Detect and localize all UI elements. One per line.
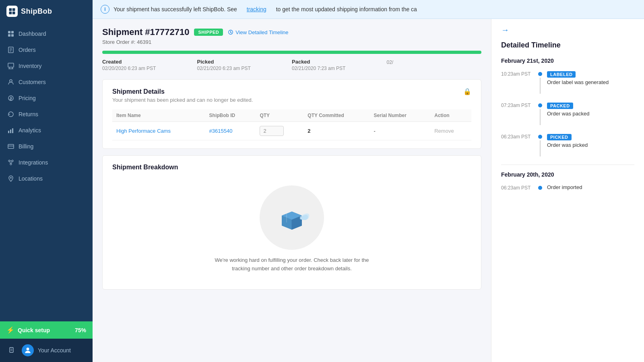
progress-bar xyxy=(102,51,481,54)
table-row: High Performace Cams #3615540 2 - Remove xyxy=(112,122,471,140)
remove-button[interactable]: Remove xyxy=(434,128,454,134)
notification-text-after: to get the most updated shipping informa… xyxy=(276,6,417,12)
step-time: 02/21/2020 7:23 am PST xyxy=(292,66,387,71)
sidebar-item-customers[interactable]: Customers xyxy=(0,74,93,90)
svg-rect-2 xyxy=(9,12,12,14)
sidebar-item-billing[interactable]: Billing xyxy=(0,138,93,154)
logo-icon xyxy=(6,6,18,17)
page-icon xyxy=(6,345,18,356)
details-table: Item Name ShipBob ID QTY QTY Committed S… xyxy=(112,109,471,140)
step-last: 02/ xyxy=(387,59,482,71)
timeline-dot xyxy=(538,135,542,139)
analytics-icon xyxy=(7,127,14,134)
sidebar-item-orders[interactable]: Orders xyxy=(0,42,93,58)
locations-icon xyxy=(7,175,14,182)
step-time: 02/20/2020 6:23 am PST xyxy=(102,66,197,71)
customers-icon xyxy=(7,78,14,86)
sidebar-item-label: Billing xyxy=(19,143,33,150)
entry-time: 06:23am PST xyxy=(501,184,533,191)
svg-rect-30 xyxy=(10,348,13,352)
billing-icon xyxy=(7,143,14,150)
col-shipbob-id: ShipBob ID xyxy=(205,109,256,122)
qty-committed: 2 xyxy=(308,128,310,134)
sidebar-item-label: Dashboard xyxy=(19,31,46,37)
sidebar-item-dashboard[interactable]: Dashboard xyxy=(0,26,93,42)
sidebar-item-label: Returns xyxy=(19,111,38,117)
notification-text-before: Your shipment has successfully left Ship… xyxy=(114,6,237,12)
sidebar-item-label: Customers xyxy=(19,79,46,85)
sidebar-item-locations[interactable]: Locations xyxy=(0,171,93,187)
table-head: Item Name ShipBob ID QTY QTY Committed S… xyxy=(112,109,471,122)
entry-content: PACKED Order was packed xyxy=(547,102,634,117)
step-created: Created 02/20/2020 6:23 am PST xyxy=(102,59,197,71)
timeline-line xyxy=(540,109,541,125)
col-qty-committed: QTY Committed xyxy=(303,109,369,122)
shipment-number: Shipment #17772710 xyxy=(102,27,189,37)
sidebar-item-returns[interactable]: Returns xyxy=(0,106,93,122)
item-name-link[interactable]: High Performace Cams xyxy=(116,128,171,134)
entry-time: 07:23am PST xyxy=(501,102,533,108)
svg-line-37 xyxy=(231,32,232,33)
dot-col xyxy=(538,70,542,94)
logo-area[interactable]: ShipBob xyxy=(0,0,93,23)
svg-point-33 xyxy=(27,348,29,350)
breakdown-illustration: We're working hard on fulfilling your or… xyxy=(112,177,471,281)
timeline-dot xyxy=(538,72,542,76)
timeline-entry-labeled: 10:23am PST LABELED Order label was gene… xyxy=(501,70,634,94)
your-account-section[interactable]: Your Account xyxy=(0,339,93,362)
timeline-line xyxy=(540,140,541,156)
card-header: Shipment Details 🔒 xyxy=(112,88,471,95)
svg-rect-1 xyxy=(12,8,15,11)
sidebar-bottom: ⚡ Quick setup 75% Your Account xyxy=(0,321,93,362)
shipbob-id-link[interactable]: #3615540 xyxy=(209,128,233,134)
lightning-icon: ⚡ xyxy=(6,326,14,334)
entry-badge-labeled: LABELED xyxy=(547,71,576,78)
account-avatar xyxy=(22,344,34,356)
timeline-date-feb21: February 21st, 2020 xyxy=(501,58,634,64)
svg-point-25 xyxy=(10,163,12,165)
entry-time: 10:23am PST xyxy=(501,70,533,77)
main-content: i Your shipment has successfully left Sh… xyxy=(93,0,644,362)
sidebar-item-label: Analytics xyxy=(19,127,41,134)
svg-rect-3 xyxy=(12,12,15,14)
sidebar-item-integrations[interactable]: Integrations xyxy=(0,154,93,171)
quick-setup-bar[interactable]: ⚡ Quick setup 75% xyxy=(0,321,93,339)
sidebar-item-label: Pricing xyxy=(19,95,36,101)
breakdown-text: We're working hard on fulfilling your or… xyxy=(215,256,369,273)
dot-col xyxy=(538,102,542,125)
sidebar-item-label: Inventory xyxy=(19,63,42,69)
sidebar-item-pricing[interactable]: Pricing xyxy=(0,90,93,106)
col-qty: QTY xyxy=(256,109,303,122)
illustration-circle xyxy=(260,185,324,250)
step-packed: Packed 02/21/2020 7:23 am PST xyxy=(292,59,387,71)
info-icon: i xyxy=(101,5,109,14)
quick-setup-label: Quick setup xyxy=(18,327,72,333)
svg-rect-19 xyxy=(10,130,11,133)
sidebar-item-analytics[interactable]: Analytics xyxy=(0,122,93,138)
entry-desc: Order was picked xyxy=(547,142,634,148)
col-action: Action xyxy=(430,109,471,122)
sidebar-item-label: Locations xyxy=(19,175,43,182)
qty-input[interactable] xyxy=(260,126,284,136)
step-time: 02/21/2020 6:23 am PST xyxy=(197,66,292,71)
sidebar-item-inventory[interactable]: Inventory xyxy=(0,58,93,74)
svg-rect-18 xyxy=(8,131,9,133)
view-timeline-button[interactable]: View Detailed Timeline xyxy=(228,29,288,35)
progress-fill xyxy=(102,51,481,54)
col-serial-number: Serial Number xyxy=(370,109,431,122)
svg-rect-20 xyxy=(12,128,13,133)
svg-point-16 xyxy=(10,80,12,82)
dot-col xyxy=(538,184,542,190)
tracking-link[interactable]: tracking xyxy=(247,6,266,12)
panel-title: Detailed Timeline xyxy=(501,41,634,49)
svg-rect-5 xyxy=(11,31,14,33)
sidebar: ShipBob Dashboard Orders xyxy=(0,0,93,362)
view-timeline-label: View Detailed Timeline xyxy=(235,29,288,35)
logo-text: ShipBob xyxy=(21,7,52,16)
content-body: Shipment #17772710 SHIPPED View Detailed… xyxy=(93,19,644,362)
quick-setup-percent: 75% xyxy=(75,327,86,333)
sidebar-item-label: Integrations xyxy=(19,159,48,166)
card-subtitle: Your shipment has been picked and can no… xyxy=(112,97,471,103)
back-arrow[interactable]: → xyxy=(501,25,509,35)
returns-icon xyxy=(7,111,14,118)
